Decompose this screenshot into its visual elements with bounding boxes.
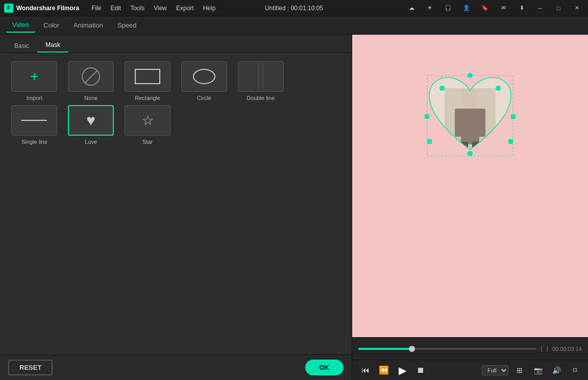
singleline-thumb	[11, 105, 57, 136]
menu-file[interactable]: File	[87, 3, 105, 14]
tab-color[interactable]: Color	[37, 18, 65, 32]
reset-button[interactable]: RESET	[8, 360, 53, 375]
quality-select[interactable]: Full 1/2 1/4	[482, 365, 508, 375]
mask-rectangle[interactable]: Rectangle	[121, 61, 174, 101]
star-label: Star	[142, 139, 153, 145]
cloud-icon[interactable]: ☁	[404, 1, 419, 15]
mask-content: + Import None Rectangle	[0, 53, 352, 354]
title-display: Untitled : 00:01:10:05	[265, 5, 323, 12]
menu-edit[interactable]: Edit	[106, 3, 125, 14]
dblline-label: Double line	[247, 95, 275, 101]
download-icon[interactable]: ⬇	[514, 1, 529, 15]
stop-button[interactable]: ⏹	[413, 363, 428, 377]
handle-bottom-center	[468, 151, 473, 156]
mask-spacer	[291, 61, 344, 101]
mask-single-line[interactable]: Single line	[8, 105, 61, 145]
singleline-label: Single line	[21, 139, 47, 145]
mail-icon[interactable]: ✉	[496, 1, 510, 15]
svg-rect-7	[472, 142, 479, 157]
menu-export[interactable]: Export	[172, 3, 198, 14]
empty-thumb-3	[295, 105, 340, 136]
handle-bottom-left	[427, 139, 432, 144]
circle-icon	[193, 69, 215, 84]
circle-thumb	[181, 61, 227, 92]
titlebar: F Wondershare Filmora File Edit Tools Vi…	[0, 0, 588, 16]
love-label: Love	[85, 139, 97, 145]
volume-button[interactable]: 🔊	[549, 363, 564, 377]
preview-area	[352, 35, 588, 337]
star-thumb: ☆	[125, 105, 170, 136]
svg-rect-4	[455, 109, 463, 137]
spacer-thumb	[295, 61, 340, 92]
star-icon: ☆	[142, 113, 154, 129]
import-thumb: +	[11, 61, 57, 92]
tab-mask[interactable]: Mask	[37, 38, 68, 53]
mask-love[interactable]: ♥ Love	[65, 105, 117, 145]
svg-rect-3	[461, 109, 479, 144]
maximize-button[interactable]: □	[551, 1, 566, 15]
circle-label: Circle	[197, 95, 211, 101]
love-thumb: ♥	[68, 105, 114, 136]
mask-tabs: Basic Mask	[0, 35, 352, 53]
menu-help[interactable]: Help	[199, 3, 220, 14]
mask-import[interactable]: + Import	[8, 61, 61, 101]
step-back-button[interactable]: ⏪	[377, 363, 391, 377]
right-panel: { } 00:00:03:14 ⏮ ⏪ ▶ ⏹ Full 1/2 1/4 ⊞ 📷…	[352, 35, 588, 380]
close-button[interactable]: ✕	[570, 1, 584, 15]
mask-none[interactable]: None	[65, 61, 117, 101]
zoom-out-button[interactable]: ⊡	[568, 363, 582, 377]
bookmark-icon[interactable]: 🔖	[478, 1, 492, 15]
sun-icon[interactable]: ☀	[423, 1, 437, 15]
mask-circle[interactable]: Circle	[178, 61, 231, 101]
handle-top-left	[439, 86, 445, 91]
playback-controls: ⏮ ⏪ ▶ ⏹ Full 1/2 1/4 ⊞ 📷 🔊 ⊡	[352, 360, 588, 380]
rect-icon	[135, 69, 160, 84]
mask-grid-row1: + Import None Rectangle	[8, 61, 344, 101]
handle-bottom-right	[508, 139, 513, 144]
menu-tools[interactable]: Tools	[126, 3, 149, 14]
mask-star[interactable]: ☆ Star	[121, 105, 174, 145]
mask-empty-3	[291, 105, 344, 145]
skip-back-button[interactable]: ⏮	[358, 363, 373, 377]
plus-icon: +	[30, 68, 38, 85]
mask-double-line[interactable]: Double line	[234, 61, 287, 101]
titlebar-icons: ☁ ☀ 🎧 👤 🔖 ✉ ⬇ ─ □ ✕	[404, 1, 584, 15]
main-area: Basic Mask + Import None	[0, 35, 588, 380]
mask-grid-row2: Single line ♥ Love ☆ Star	[8, 105, 344, 145]
tab-animation[interactable]: Animation	[67, 18, 109, 32]
mask-empty-2	[234, 105, 287, 145]
app-name: Wondershare Filmora	[16, 5, 79, 12]
svg-rect-5	[477, 109, 485, 137]
minimize-button[interactable]: ─	[533, 1, 547, 15]
user-icon[interactable]: 👤	[459, 1, 474, 15]
tab-basic[interactable]: Basic	[6, 39, 37, 53]
dblline-thumb	[238, 61, 284, 92]
app-logo: F Wondershare Filmora	[4, 4, 79, 13]
rect-thumb	[125, 61, 170, 92]
progress-bar[interactable]	[358, 348, 536, 350]
headphone-icon[interactable]: 🎧	[441, 1, 455, 15]
snapshot-button[interactable]: 📷	[531, 363, 545, 377]
ok-button[interactable]: OK	[305, 360, 344, 375]
timecode-bracket-left: {	[541, 346, 542, 351]
fullscreen-button[interactable]: ⊞	[512, 363, 527, 377]
import-label: Import	[27, 95, 42, 101]
none-thumb	[68, 61, 114, 92]
timecode-bracket-right: }	[547, 346, 548, 351]
left-panel: Basic Mask + Import None	[0, 35, 352, 380]
dblline-icon	[258, 61, 263, 92]
none-icon	[82, 67, 100, 86]
tab-speed[interactable]: Speed	[111, 18, 143, 32]
play-button[interactable]: ▶	[395, 363, 409, 377]
handle-mid-left	[425, 114, 429, 119]
svg-rect-6	[461, 142, 468, 157]
mask-preview-svg	[414, 60, 526, 172]
mask-empty-1	[178, 105, 231, 145]
menubar: File Edit Tools View Export Help	[87, 3, 404, 14]
menu-view[interactable]: View	[150, 3, 171, 14]
rect-label: Rectangle	[135, 95, 160, 101]
handle-mid-right	[511, 114, 516, 119]
logo-icon: F	[4, 4, 13, 13]
tab-video[interactable]: Video	[6, 18, 35, 33]
video-subtabs: Video Color Animation Speed	[0, 16, 588, 35]
